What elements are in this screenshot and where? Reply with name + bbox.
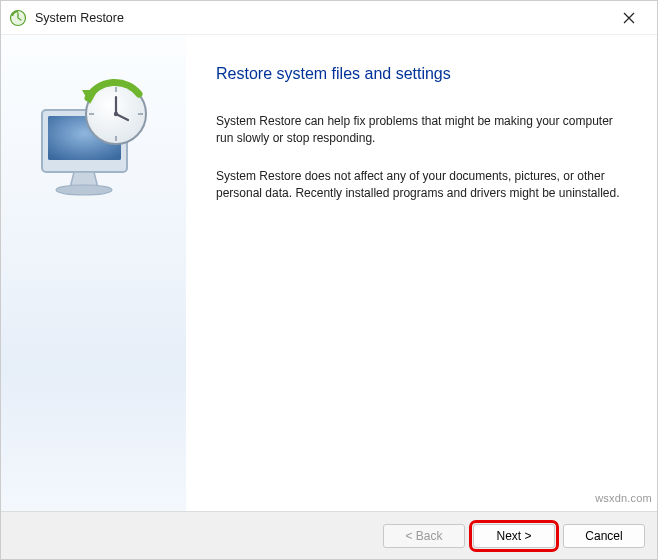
intro-paragraph-1: System Restore can help fix problems tha… <box>216 113 627 148</box>
svg-point-4 <box>56 185 112 195</box>
button-bar: < Back Next > Cancel <box>1 511 657 559</box>
dialog-body: Restore system files and settings System… <box>1 35 657 511</box>
svg-point-12 <box>113 112 117 116</box>
sidebar-panel <box>1 35 186 511</box>
restore-illustration <box>24 70 164 210</box>
system-restore-icon <box>9 9 27 27</box>
intro-paragraph-2: System Restore does not affect any of yo… <box>216 168 627 203</box>
titlebar: System Restore <box>1 1 657 35</box>
cancel-button[interactable]: Cancel <box>563 524 645 548</box>
page-heading: Restore system files and settings <box>216 65 627 83</box>
next-button[interactable]: Next > <box>473 524 555 548</box>
close-button[interactable] <box>609 3 649 33</box>
watermark-text: wsxdn.com <box>595 492 652 504</box>
back-button: < Back <box>383 524 465 548</box>
window-title: System Restore <box>35 11 609 25</box>
content-panel: Restore system files and settings System… <box>186 35 657 511</box>
system-restore-window: System Restore <box>0 0 658 560</box>
